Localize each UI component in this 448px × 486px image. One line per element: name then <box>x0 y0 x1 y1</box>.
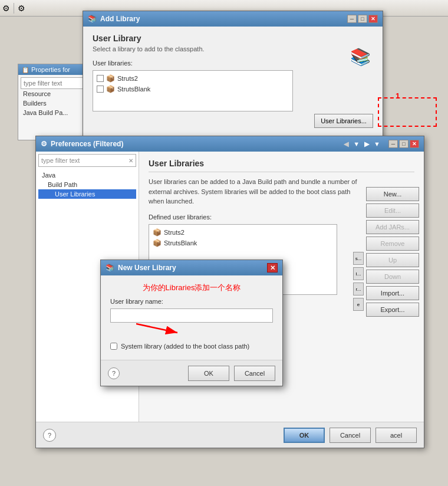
remove-button[interactable]: Remove <box>366 237 419 251</box>
pref-bottom-buttons: OK Cancel acel <box>284 428 417 443</box>
extra-btn-1[interactable]: s... <box>353 252 364 265</box>
new-user-library-dialog: 📚 New User Library ✕ 为你的Libraries添加一个名称 … <box>100 260 283 386</box>
new-button[interactable]: New... <box>366 187 419 201</box>
settings-icon[interactable]: ⚙ <box>18 4 25 13</box>
new-lib-bottom-bar: ? OK Cancel <box>101 360 282 386</box>
pref-help-icon[interactable]: ? <box>43 429 56 442</box>
export-button[interactable]: Export... <box>366 303 419 317</box>
close-button[interactable]: ✕ <box>368 15 378 23</box>
clear-filter-icon[interactable]: ✕ <box>129 157 133 164</box>
extra-buttons: s... I... r... e <box>353 252 364 311</box>
preferences-titlebar: ⚙ Preferences (Filtered) ◀ ▼ ▶ ▼ ─ □ ✕ <box>36 136 424 152</box>
pref-tree-java[interactable]: Java <box>38 170 136 180</box>
add-library-titlebar-left: 📚 Add Library <box>88 15 140 23</box>
pref-title: Preferences (Filtered) <box>51 140 123 148</box>
add-jars-button[interactable]: Add JARs... <box>366 220 419 234</box>
user-libraries-label: User libraries: <box>93 60 373 67</box>
new-lib-cancel-button[interactable]: Cancel <box>234 366 275 381</box>
import-button[interactable]: Import... <box>366 286 419 300</box>
add-library-title: Add Library <box>100 15 140 23</box>
pref-nav-dropdown[interactable]: ▼ <box>352 140 361 147</box>
pref-nav-dropdown2[interactable]: ▼ <box>373 140 381 147</box>
maximize-button[interactable]: □ <box>358 15 367 23</box>
lib-name-input[interactable] <box>110 308 273 323</box>
lib-item-strutsblank[interactable]: 📦 StrutsBlank <box>95 84 290 94</box>
pref-main-title: User Libraries <box>149 159 414 172</box>
pref-nav-forward[interactable]: ▶ <box>363 140 370 148</box>
up-button[interactable]: Up <box>366 253 419 267</box>
library-stack-icon: 📚 <box>350 47 371 67</box>
pref-buttons-panel: New... Edit... Add JARs... Remove Up Dow… <box>366 187 419 317</box>
pref-minimize-button[interactable]: ─ <box>388 140 398 148</box>
pref-controls[interactable]: ─ □ ✕ <box>388 140 419 148</box>
preferences-ok-button[interactable]: OK <box>284 428 325 443</box>
lib-checkbox-struts2[interactable] <box>97 75 104 82</box>
new-lib-help-icon[interactable]: ? <box>108 367 120 379</box>
properties-icon: 📋 <box>22 67 29 73</box>
lib-icon-struts2: 📦 <box>106 74 115 83</box>
pref-close-button[interactable]: ✕ <box>410 140 419 148</box>
minimize-button[interactable]: ─ <box>347 15 357 23</box>
properties-title: Properties for <box>31 66 70 73</box>
new-lib-icon: 📚 <box>106 264 114 272</box>
new-lib-close-button[interactable]: ✕ <box>267 263 278 272</box>
pref-lib-name-struts2: Struts2 <box>164 229 185 236</box>
eclipse-icon: ⚙ <box>2 4 10 13</box>
add-library-subtitle: Select a library to add to the classpath… <box>93 45 373 52</box>
pref-titlebar-left: ⚙ Preferences (Filtered) <box>41 140 123 148</box>
lib-name-struts2: Struts2 <box>117 75 138 82</box>
system-lib-check-row: System library (added to the boot class … <box>110 343 273 350</box>
annotation-text-chinese: 为你的Libraries添加一个名称 <box>110 283 273 293</box>
user-libraries-list[interactable]: 📦 Struts2 📦 StrutsBlank <box>93 70 293 111</box>
pref-filter-text: type filter text <box>41 157 80 164</box>
red-arrow-icon <box>136 318 183 337</box>
system-lib-checkbox[interactable] <box>110 343 117 350</box>
lib-name-strutsblank: StrutsBlank <box>117 86 150 93</box>
pref-lib-struts2[interactable]: 📦 Struts2 <box>151 227 334 238</box>
annotation-1-label: 1 <box>396 91 400 100</box>
pref-lib-name-strutsblank: StrutsBlank <box>164 239 197 247</box>
new-lib-ok-button[interactable]: OK <box>188 366 229 381</box>
pref-tree-user-libraries[interactable]: User Libraries <box>38 189 136 199</box>
pref-maximize-button[interactable]: □ <box>399 140 409 148</box>
user-libraries-button[interactable]: User Libraries... <box>314 114 373 128</box>
lib-icon-strutsblank: 📦 <box>106 85 115 93</box>
pref-filter-box[interactable]: type filter text ✕ <box>38 154 136 167</box>
extra-btn-2[interactable]: I... <box>353 267 364 280</box>
system-lib-label: System library (added to the boot class … <box>121 343 249 350</box>
add-library-titlebar: 📚 Add Library ─ □ ✕ <box>83 11 383 27</box>
extra-btn-3[interactable]: r... <box>353 283 364 295</box>
new-lib-titlebar-left: 📚 New User Library <box>106 264 176 272</box>
down-button[interactable]: Down <box>366 270 419 284</box>
pref-nav-back[interactable]: ◀ <box>342 140 350 148</box>
new-lib-titlebar: 📚 New User Library ✕ <box>101 260 282 275</box>
preferences-bottom-bar: ? OK Cancel acel <box>36 422 424 448</box>
lib-checkbox-strutsblank[interactable] <box>97 86 104 93</box>
pref-acel-button[interactable]: acel <box>375 428 417 443</box>
new-lib-body: 为你的Libraries添加一个名称 User library name: Sy… <box>101 275 282 357</box>
pref-tree-build-path[interactable]: Build Path <box>38 180 136 189</box>
pref-lib-icon-struts2: 📦 <box>153 228 162 237</box>
add-library-controls[interactable]: ─ □ ✕ <box>347 15 378 23</box>
add-library-dialog: 📚 Add Library ─ □ ✕ User Library Select … <box>83 11 383 146</box>
svg-line-1 <box>136 324 177 333</box>
lib-name-label: User library name: <box>110 298 273 305</box>
lib-item-struts2[interactable]: 📦 Struts2 <box>95 73 290 84</box>
new-lib-bottom-buttons: OK Cancel <box>188 366 275 381</box>
pref-lib-strutsblank[interactable]: 📦 StrutsBlank <box>151 238 334 248</box>
extra-btn-4[interactable]: e <box>353 298 364 311</box>
add-library-body: User Library Select a library to add to … <box>83 27 383 119</box>
add-library-icon: 📚 <box>88 15 97 23</box>
add-library-heading: User Library <box>93 34 373 43</box>
pref-icon: ⚙ <box>41 140 47 148</box>
new-lib-title: New User Library <box>118 264 176 272</box>
preferences-cancel-button[interactable]: Cancel <box>330 428 371 443</box>
toolbar-separator <box>14 3 14 14</box>
pref-lib-icon-strutsblank: 📦 <box>153 239 162 247</box>
edit-button[interactable]: Edit... <box>366 203 419 218</box>
